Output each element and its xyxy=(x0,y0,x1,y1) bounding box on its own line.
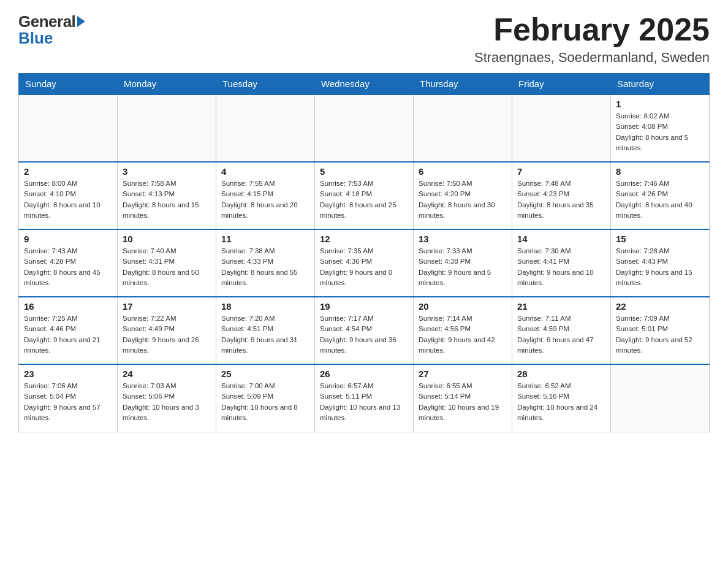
day-info: Sunrise: 8:02 AMSunset: 4:08 PMDaylight:… xyxy=(616,111,704,153)
weekday-header-tuesday: Tuesday xyxy=(216,74,315,95)
weekday-header-wednesday: Wednesday xyxy=(315,74,414,95)
day-number: 4 xyxy=(221,166,309,177)
calendar-cell: 25Sunrise: 7:00 AMSunset: 5:09 PMDayligh… xyxy=(216,364,315,432)
calendar-cell: 24Sunrise: 7:03 AMSunset: 5:06 PMDayligh… xyxy=(118,364,216,432)
calendar-cell xyxy=(118,94,216,162)
day-info: Sunrise: 7:00 AMSunset: 5:09 PMDaylight:… xyxy=(221,381,309,423)
calendar-week-row: 23Sunrise: 7:06 AMSunset: 5:04 PMDayligh… xyxy=(19,364,710,432)
calendar-cell: 26Sunrise: 6:57 AMSunset: 5:11 PMDayligh… xyxy=(315,364,414,432)
day-number: 9 xyxy=(24,234,112,244)
day-info: Sunrise: 7:09 AMSunset: 5:01 PMDaylight:… xyxy=(616,313,704,356)
calendar-week-row: 2Sunrise: 8:00 AMSunset: 4:10 PMDaylight… xyxy=(19,162,710,229)
calendar-cell xyxy=(414,94,512,162)
day-number: 18 xyxy=(221,301,309,312)
day-info: Sunrise: 7:53 AMSunset: 4:18 PMDaylight:… xyxy=(320,178,408,221)
day-number: 5 xyxy=(320,166,408,177)
month-title: February 2025 xyxy=(474,12,710,47)
day-info: Sunrise: 8:00 AMSunset: 4:10 PMDaylight:… xyxy=(24,178,112,221)
day-number: 2 xyxy=(24,166,112,177)
calendar-cell: 19Sunrise: 7:17 AMSunset: 4:54 PMDayligh… xyxy=(315,297,414,364)
calendar-cell: 4Sunrise: 7:55 AMSunset: 4:15 PMDaylight… xyxy=(216,162,315,229)
day-number: 26 xyxy=(320,369,408,379)
calendar-week-row: 16Sunrise: 7:25 AMSunset: 4:46 PMDayligh… xyxy=(19,297,710,364)
day-info: Sunrise: 7:17 AMSunset: 4:54 PMDaylight:… xyxy=(320,313,408,356)
day-number: 14 xyxy=(517,234,605,244)
day-info: Sunrise: 7:20 AMSunset: 4:51 PMDaylight:… xyxy=(221,313,309,356)
day-number: 17 xyxy=(123,301,211,312)
weekday-row: SundayMondayTuesdayWednesdayThursdayFrid… xyxy=(19,74,710,95)
calendar-cell xyxy=(216,94,315,162)
calendar-cell: 15Sunrise: 7:28 AMSunset: 4:43 PMDayligh… xyxy=(611,229,710,297)
calendar-cell: 2Sunrise: 8:00 AMSunset: 4:10 PMDaylight… xyxy=(19,162,118,229)
day-number: 23 xyxy=(24,369,112,379)
day-info: Sunrise: 7:58 AMSunset: 4:13 PMDaylight:… xyxy=(123,178,211,221)
location-title: Straengnaes, Soedermanland, Sweden xyxy=(474,50,710,66)
day-info: Sunrise: 7:33 AMSunset: 4:38 PMDaylight:… xyxy=(419,246,507,288)
day-number: 11 xyxy=(221,234,309,244)
calendar-week-row: 9Sunrise: 7:43 AMSunset: 4:28 PMDaylight… xyxy=(19,229,710,297)
calendar-cell: 10Sunrise: 7:40 AMSunset: 4:31 PMDayligh… xyxy=(118,229,216,297)
calendar-cell: 1Sunrise: 8:02 AMSunset: 4:08 PMDaylight… xyxy=(611,94,710,162)
day-info: Sunrise: 7:06 AMSunset: 5:04 PMDaylight:… xyxy=(24,381,112,423)
calendar-cell: 3Sunrise: 7:58 AMSunset: 4:13 PMDaylight… xyxy=(118,162,216,229)
logo-chevron-icon xyxy=(77,16,85,27)
weekday-header-monday: Monday xyxy=(118,74,216,95)
calendar-cell: 18Sunrise: 7:20 AMSunset: 4:51 PMDayligh… xyxy=(216,297,315,364)
day-info: Sunrise: 7:38 AMSunset: 4:33 PMDaylight:… xyxy=(221,246,309,288)
day-info: Sunrise: 7:46 AMSunset: 4:26 PMDaylight:… xyxy=(616,178,704,221)
day-number: 13 xyxy=(419,234,507,244)
day-number: 27 xyxy=(419,369,507,379)
day-info: Sunrise: 6:55 AMSunset: 5:14 PMDaylight:… xyxy=(419,381,507,423)
weekday-header-friday: Friday xyxy=(512,74,611,95)
day-info: Sunrise: 6:57 AMSunset: 5:11 PMDaylight:… xyxy=(320,381,408,423)
day-number: 21 xyxy=(517,301,605,312)
calendar-cell: 17Sunrise: 7:22 AMSunset: 4:49 PMDayligh… xyxy=(118,297,216,364)
calendar-cell: 7Sunrise: 7:48 AMSunset: 4:23 PMDaylight… xyxy=(512,162,611,229)
day-info: Sunrise: 7:48 AMSunset: 4:23 PMDaylight:… xyxy=(517,178,605,221)
day-info: Sunrise: 7:43 AMSunset: 4:28 PMDaylight:… xyxy=(24,246,112,288)
day-info: Sunrise: 7:11 AMSunset: 4:59 PMDaylight:… xyxy=(517,313,605,356)
day-info: Sunrise: 7:14 AMSunset: 4:56 PMDaylight:… xyxy=(419,313,507,356)
day-number: 10 xyxy=(123,234,211,244)
calendar-cell: 28Sunrise: 6:52 AMSunset: 5:16 PMDayligh… xyxy=(512,364,611,432)
day-number: 6 xyxy=(419,166,507,177)
day-info: Sunrise: 7:30 AMSunset: 4:41 PMDaylight:… xyxy=(517,246,605,288)
logo: General Blue xyxy=(18,12,85,48)
day-number: 28 xyxy=(517,369,605,379)
page-header: General Blue February 2025 Straengnaes, … xyxy=(18,12,710,66)
calendar-header: SundayMondayTuesdayWednesdayThursdayFrid… xyxy=(19,74,710,95)
calendar-week-row: 1Sunrise: 8:02 AMSunset: 4:08 PMDaylight… xyxy=(19,94,710,162)
calendar-cell: 11Sunrise: 7:38 AMSunset: 4:33 PMDayligh… xyxy=(216,229,315,297)
day-info: Sunrise: 7:40 AMSunset: 4:31 PMDaylight:… xyxy=(123,246,211,288)
calendar-cell xyxy=(611,364,710,432)
day-number: 16 xyxy=(24,301,112,312)
weekday-header-sunday: Sunday xyxy=(19,74,118,95)
day-info: Sunrise: 7:03 AMSunset: 5:06 PMDaylight:… xyxy=(123,381,211,423)
day-info: Sunrise: 7:55 AMSunset: 4:15 PMDaylight:… xyxy=(221,178,309,221)
calendar-cell: 5Sunrise: 7:53 AMSunset: 4:18 PMDaylight… xyxy=(315,162,414,229)
calendar-cell xyxy=(512,94,611,162)
logo-blue-text: Blue xyxy=(18,29,53,48)
calendar-cell: 14Sunrise: 7:30 AMSunset: 4:41 PMDayligh… xyxy=(512,229,611,297)
day-info: Sunrise: 7:22 AMSunset: 4:49 PMDaylight:… xyxy=(123,313,211,356)
day-number: 19 xyxy=(320,301,408,312)
calendar-cell: 20Sunrise: 7:14 AMSunset: 4:56 PMDayligh… xyxy=(414,297,512,364)
day-number: 22 xyxy=(616,301,704,312)
weekday-header-thursday: Thursday xyxy=(414,74,512,95)
title-section: February 2025 Straengnaes, Soedermanland… xyxy=(474,12,710,66)
day-info: Sunrise: 7:50 AMSunset: 4:20 PMDaylight:… xyxy=(419,178,507,221)
calendar-body: 1Sunrise: 8:02 AMSunset: 4:08 PMDaylight… xyxy=(19,94,710,432)
day-number: 24 xyxy=(123,369,211,379)
day-number: 20 xyxy=(419,301,507,312)
day-number: 15 xyxy=(616,234,704,244)
calendar-cell: 13Sunrise: 7:33 AMSunset: 4:38 PMDayligh… xyxy=(414,229,512,297)
day-number: 1 xyxy=(616,99,704,109)
calendar-cell: 16Sunrise: 7:25 AMSunset: 4:46 PMDayligh… xyxy=(19,297,118,364)
day-number: 7 xyxy=(517,166,605,177)
day-info: Sunrise: 7:35 AMSunset: 4:36 PMDaylight:… xyxy=(320,246,408,288)
calendar-cell: 22Sunrise: 7:09 AMSunset: 5:01 PMDayligh… xyxy=(611,297,710,364)
day-number: 25 xyxy=(221,369,309,379)
weekday-header-saturday: Saturday xyxy=(611,74,710,95)
calendar-cell: 21Sunrise: 7:11 AMSunset: 4:59 PMDayligh… xyxy=(512,297,611,364)
calendar-cell: 27Sunrise: 6:55 AMSunset: 5:14 PMDayligh… xyxy=(414,364,512,432)
